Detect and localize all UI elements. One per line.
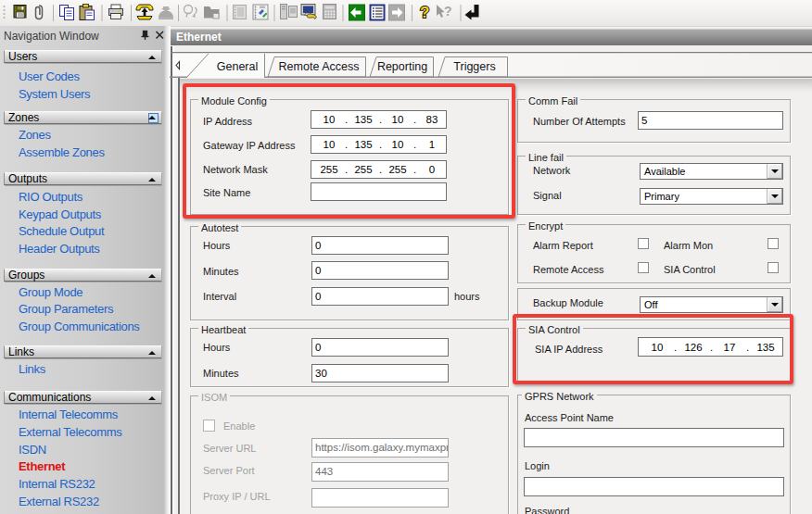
svg-text:Triggers: Triggers <box>453 60 495 73</box>
svg-text:?: ? <box>444 4 452 19</box>
svg-text:General: General <box>217 60 258 73</box>
svg-text:Remote Access: Remote Access <box>279 60 360 73</box>
svg-text:?: ? <box>420 4 429 21</box>
svg-text:Reporting: Reporting <box>377 60 427 73</box>
